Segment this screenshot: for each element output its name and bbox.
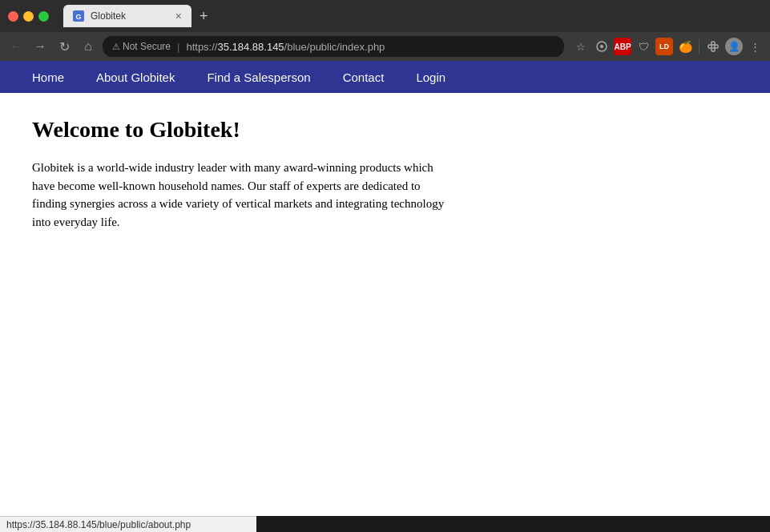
- extension-icon[interactable]: [593, 38, 611, 55]
- nav-item-find-salesperson[interactable]: Find a Salesperson: [191, 62, 326, 92]
- profile-avatar[interactable]: 👤: [725, 38, 743, 55]
- toolbar-divider: [699, 39, 699, 54]
- tab-bar: G Globitek × +: [63, 5, 762, 27]
- svg-point-3: [600, 45, 603, 48]
- ld-button[interactable]: LD: [655, 38, 673, 55]
- shield-icon[interactable]: 🛡: [635, 38, 652, 55]
- minimize-window-button[interactable]: [23, 11, 34, 22]
- reload-button[interactable]: ↻: [54, 37, 74, 56]
- url-path: /blue/public/index.php: [284, 41, 385, 53]
- svg-rect-7: [712, 48, 715, 51]
- svg-rect-5: [712, 42, 715, 45]
- title-bar: G Globitek × +: [0, 0, 770, 32]
- page-title: Welcome to Globitek!: [32, 117, 738, 143]
- address-bar-row: ← → ↻ ⌂ ⚠ Not Secure | https://35.184.88…: [0, 32, 770, 61]
- forward-icon: →: [34, 39, 46, 54]
- nav-item-about[interactable]: About Globitek: [80, 62, 191, 92]
- forward-button[interactable]: →: [30, 37, 50, 56]
- emoji-icon[interactable]: 🍊: [676, 38, 694, 55]
- back-button[interactable]: ←: [6, 37, 26, 56]
- address-divider: |: [177, 41, 179, 53]
- status-url: https://35.184.88.145/blue/public/about.…: [6, 519, 191, 530]
- url-host: 35.184.88.145: [217, 41, 284, 53]
- tab-close-button[interactable]: ×: [175, 10, 182, 22]
- status-bar: https://35.184.88.145/blue/public/about.…: [0, 516, 256, 532]
- security-warning: ⚠ Not Secure: [112, 41, 171, 52]
- url-prefix: https://: [186, 41, 217, 53]
- extensions-button[interactable]: [704, 38, 722, 55]
- site-navbar: Home About Globitek Find a Salesperson C…: [0, 61, 770, 93]
- back-icon: ←: [10, 39, 22, 54]
- address-url: https://35.184.88.145/blue/public/index.…: [186, 41, 385, 53]
- maximize-window-button[interactable]: [38, 11, 49, 22]
- svg-text:G: G: [75, 13, 81, 21]
- adblock-button[interactable]: ABP: [614, 38, 631, 55]
- home-button[interactable]: ⌂: [79, 37, 98, 56]
- toolbar-icons: ☆ ABP 🛡 LD 🍊 👤 ⋮: [572, 38, 764, 55]
- svg-rect-4: [708, 45, 712, 48]
- page-body-text: Globitek is a world-wide industry leader…: [32, 159, 449, 231]
- nav-item-login[interactable]: Login: [400, 62, 462, 92]
- nav-item-home[interactable]: Home: [16, 62, 80, 92]
- home-icon: ⌂: [84, 39, 92, 54]
- reload-icon: ↻: [59, 39, 70, 54]
- new-tab-button[interactable]: +: [195, 8, 213, 25]
- close-window-button[interactable]: [8, 11, 18, 22]
- nav-item-contact[interactable]: Contact: [327, 62, 401, 92]
- security-label: Not Secure: [123, 41, 171, 52]
- tab-title: Globitek: [91, 10, 126, 22]
- webpage: Home About Globitek Find a Salesperson C…: [0, 61, 770, 516]
- warning-triangle-icon: ⚠: [112, 42, 120, 52]
- address-bar[interactable]: ⚠ Not Secure | https://35.184.88.145/blu…: [103, 36, 564, 57]
- browser-tab[interactable]: G Globitek ×: [63, 5, 191, 27]
- page-content: Welcome to Globitek! Globitek is a world…: [0, 93, 770, 255]
- window-controls: [8, 11, 49, 22]
- more-menu-button[interactable]: ⋮: [746, 38, 764, 55]
- browser-chrome: G Globitek × + ← → ↻ ⌂ ⚠ Not Secure |: [0, 0, 770, 61]
- svg-rect-6: [715, 45, 718, 48]
- bookmark-button[interactable]: ☆: [572, 38, 590, 55]
- tab-favicon-icon: G: [73, 10, 84, 22]
